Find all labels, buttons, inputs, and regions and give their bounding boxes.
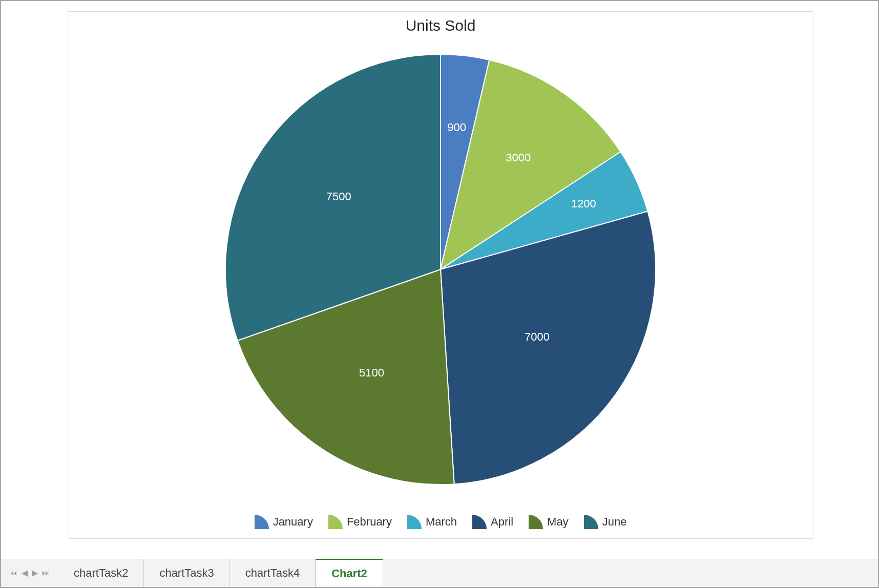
slice-label-may: 5100 bbox=[359, 366, 384, 379]
legend-item-may[interactable]: May bbox=[529, 515, 569, 529]
legend-label: May bbox=[547, 515, 569, 529]
legend-swatch-icon bbox=[584, 515, 598, 529]
nav-next-icon[interactable]: ▶ bbox=[32, 569, 38, 577]
nav-first-icon[interactable]: ⏮ bbox=[9, 569, 17, 577]
sheet-tab-strip: ⏮ ◀ ▶ ⏭ chartTask2chartTask3chartTask4Ch… bbox=[1, 559, 878, 587]
chart-legend: JanuaryFebruaryMarchAprilMayJune bbox=[68, 515, 813, 529]
slice-label-january: 900 bbox=[447, 121, 466, 134]
legend-item-april[interactable]: April bbox=[472, 515, 513, 529]
legend-swatch-icon bbox=[472, 515, 487, 529]
sheet-tab-label: chartTask3 bbox=[159, 566, 214, 580]
legend-swatch-icon bbox=[529, 515, 543, 529]
chart-title: Units Sold bbox=[68, 17, 813, 34]
sheet-tab-chart2[interactable]: Chart2 bbox=[316, 559, 383, 587]
slice-label-june: 7500 bbox=[326, 190, 351, 203]
sheet-tab-label: chartTask2 bbox=[74, 566, 128, 580]
app-frame: Units Sold 90030001200700051007500 Janua… bbox=[0, 0, 879, 588]
sheet-tab-label: chartTask4 bbox=[245, 566, 300, 580]
sheet-tab-charttask3[interactable]: chartTask3 bbox=[144, 559, 229, 587]
legend-item-february[interactable]: February bbox=[328, 515, 392, 529]
legend-swatch-icon bbox=[407, 515, 422, 529]
nav-last-icon[interactable]: ⏭ bbox=[42, 569, 50, 577]
sheet-tab-label: Chart2 bbox=[331, 567, 367, 580]
legend-label: March bbox=[426, 515, 457, 529]
legend-label: February bbox=[347, 515, 392, 529]
chart-panel: Units Sold 90030001200700051007500 Janua… bbox=[68, 11, 813, 539]
legend-item-june[interactable]: June bbox=[584, 515, 627, 529]
legend-item-march[interactable]: March bbox=[407, 515, 457, 529]
slice-label-february: 3000 bbox=[506, 151, 531, 164]
legend-item-january[interactable]: January bbox=[255, 515, 313, 529]
pie-chart: 90030001200700051007500 bbox=[218, 47, 663, 492]
legend-swatch-icon bbox=[328, 515, 343, 529]
nav-prev-icon[interactable]: ◀ bbox=[22, 569, 28, 577]
legend-label: June bbox=[602, 515, 627, 529]
sheet-nav-buttons: ⏮ ◀ ▶ ⏭ bbox=[1, 559, 58, 587]
sheet-tab-charttask4[interactable]: chartTask4 bbox=[230, 559, 316, 587]
slice-label-april: 7000 bbox=[525, 330, 550, 343]
legend-label: January bbox=[273, 515, 313, 529]
sheet-tab-charttask2[interactable]: chartTask2 bbox=[58, 559, 144, 587]
legend-swatch-icon bbox=[255, 515, 269, 529]
slice-label-march: 1200 bbox=[571, 197, 596, 210]
legend-label: April bbox=[491, 515, 513, 529]
